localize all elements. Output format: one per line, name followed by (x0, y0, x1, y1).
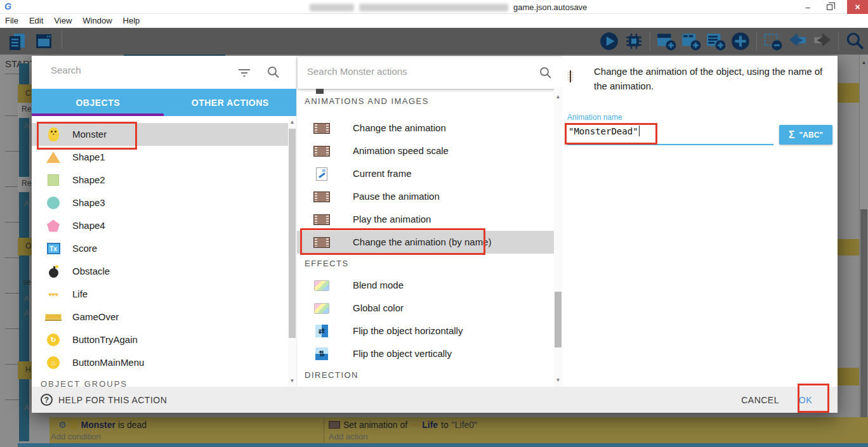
action-label: Global color (353, 297, 404, 320)
text-cursor (639, 126, 640, 136)
gdevelop-logo-icon: G (4, 1, 11, 11)
menu-file[interactable]: File (5, 16, 25, 25)
project-manager-button[interactable] (5, 30, 29, 52)
filter-icon[interactable] (238, 68, 251, 77)
action-parameters-panel: Change the animation of the object, usin… (562, 56, 838, 387)
action-label: Change the animation (353, 117, 446, 139)
minimize-icon: – (805, 3, 810, 12)
add-comment-icon (706, 31, 726, 51)
search-icon[interactable] (539, 67, 552, 79)
toolbar-separator (650, 32, 650, 51)
scroll-down-icon[interactable]: ▼ (554, 377, 562, 383)
restore-icon (827, 4, 832, 10)
frame-paint-icon (312, 162, 331, 185)
add-special-event-button[interactable] (728, 30, 753, 52)
action-item-pause-animation[interactable]: Pause the animation (297, 185, 554, 208)
help-for-this-action-button[interactable]: ? HELP FOR THIS ACTION (41, 387, 167, 413)
action-item-current-frame[interactable]: Current frame (297, 162, 554, 185)
scroll-up-icon[interactable]: ▲ (554, 94, 562, 100)
list-item-shape2[interactable]: Shape2 (32, 169, 288, 191)
add-event-button[interactable] (654, 30, 678, 52)
action-item-change-animation-by-name[interactable]: Change the animation (by name) (297, 231, 554, 254)
actions-search-input[interactable] (307, 66, 516, 77)
search-events-button[interactable] (843, 30, 867, 52)
close-button[interactable]: × (847, 0, 868, 14)
debug-button[interactable] (622, 30, 646, 52)
list-item-obstacle[interactable]: Obstacle (32, 260, 288, 283)
tab-objects[interactable]: OBJECTS (32, 89, 164, 116)
pentagon-object-icon (44, 214, 62, 237)
search-icon (845, 31, 865, 51)
help-icon: ? (41, 394, 53, 406)
animation-name-label: Animation name (567, 113, 622, 122)
add-sub-event-icon (681, 31, 701, 51)
add-sub-event-button[interactable] (679, 30, 703, 52)
actions-panel: ANIMATIONS AND IMAGES Change the animati… (296, 56, 562, 387)
scrollbar-thumb[interactable] (555, 292, 562, 347)
list-item-buttonmainmenu[interactable]: ⌂ ButtonMainMenu (32, 351, 288, 374)
close-icon: × (855, 2, 860, 12)
scrollbar-thumb[interactable] (289, 129, 296, 338)
action-item-blend-mode[interactable]: Blend mode (297, 274, 554, 297)
object-label: Score (72, 237, 97, 260)
search-icon[interactable] (267, 66, 280, 79)
flip-vertical-icon: ⇅ (312, 342, 331, 365)
objects-search-input[interactable] (51, 65, 228, 75)
action-label: Change the animation (by name) (353, 231, 491, 254)
list-item-shape1[interactable]: Shape1 (32, 146, 288, 169)
redacted-title-block (359, 4, 508, 11)
menu-help[interactable]: Help (123, 16, 147, 25)
restore-button[interactable] (820, 0, 839, 14)
project-manager-icon (8, 32, 27, 51)
section-header-animations: ANIMATIONS AND IMAGES (305, 96, 429, 106)
list-item-shape4[interactable]: Shape4 (32, 214, 288, 237)
animation-name-input[interactable]: "MonsterDead" (569, 126, 640, 136)
tab-other-actions[interactable]: OTHER ACTIONS (164, 89, 297, 116)
action-label: Animation speed scale (353, 139, 449, 162)
objects-panel: OBJECTS OTHER ACTIONS Monster Shape1 Sha… (32, 56, 296, 387)
actions-search-card (298, 57, 562, 89)
redo-button[interactable] (810, 30, 834, 52)
action-item-animation-speed-scale[interactable]: Animation speed scale (297, 139, 554, 162)
action-item-flip-vertical[interactable]: ⇅ Flip the object vertically (297, 342, 554, 365)
action-item-global-color[interactable]: Global color (297, 297, 554, 320)
add-circle-icon (730, 31, 751, 51)
scene-editor-button[interactable] (32, 30, 56, 52)
scroll-down-icon[interactable]: ▼ (288, 378, 296, 384)
animation-name-value: "MonsterDead" (569, 126, 638, 136)
expression-button-label: "ABC" (799, 131, 823, 139)
action-item-flip-horizontal[interactable]: ⇄ Flip the object horizontally (297, 320, 554, 342)
list-item-shape3[interactable]: Shape3 (32, 191, 288, 214)
action-label: Pause the animation (353, 185, 440, 208)
action-item-change-animation[interactable]: Change the animation (297, 117, 554, 139)
action-label: Current frame (353, 162, 412, 185)
action-item-play-animation[interactable]: Play the animation (297, 208, 554, 231)
list-item-buttontryagain[interactable]: ↻ ButtonTryAgain (32, 328, 288, 351)
scroll-up-icon[interactable]: ▲ (288, 119, 296, 125)
section-header-effects: EFFECTS (305, 259, 349, 268)
expression-editor-button[interactable]: Σ "ABC" (779, 125, 832, 145)
ok-button[interactable]: OK (799, 387, 812, 413)
menu-window[interactable]: Window (82, 16, 119, 25)
delete-event-button[interactable] (761, 30, 785, 52)
filmstrip-icon (570, 71, 571, 82)
menu-view[interactable]: View (54, 16, 79, 25)
list-item-monster[interactable]: Monster (32, 123, 288, 146)
preview-button[interactable] (597, 30, 621, 52)
action-label: Blend mode (353, 274, 404, 297)
toolbar-separator (756, 32, 757, 51)
objects-list-scrollbar[interactable]: ▲ ▼ (288, 116, 296, 387)
add-comment-button[interactable] (704, 30, 728, 52)
list-item-life[interactable]: ♥♥♥ Life (32, 283, 288, 306)
minimize-button[interactable]: – (798, 0, 817, 14)
undo-button[interactable] (786, 30, 810, 52)
action-label: Play the animation (353, 208, 431, 231)
object-label: Life (72, 283, 88, 306)
list-item-gameover[interactable]: GameOver (32, 306, 288, 328)
list-item-score[interactable]: Tx Score (32, 237, 288, 260)
actions-list-scrollbar[interactable]: ▲ ▼ (554, 89, 562, 387)
debug-icon (624, 32, 643, 51)
actions-list: ANIMATIONS AND IMAGES Change the animati… (297, 89, 563, 387)
cancel-button[interactable]: CANCEL (741, 387, 779, 413)
menu-edit[interactable]: Edit (29, 16, 50, 25)
